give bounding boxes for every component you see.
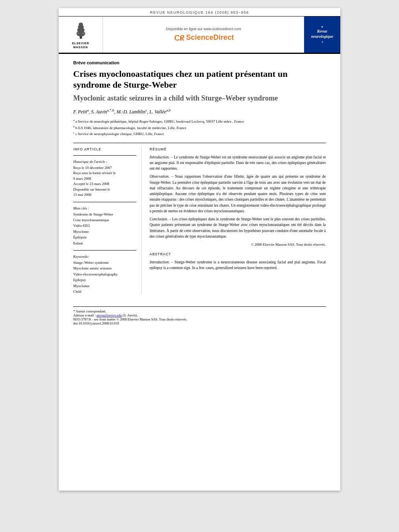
journal-bar: REVUE NEUROLOGIQUE 164 (2008) 953–956 — [59, 8, 340, 16]
info-article-header: INFO ARTICLE — [73, 147, 136, 151]
keyword-en-2: Myoclonic astatic seizures — [73, 265, 136, 271]
article-content: Brève communication Crises myoclonoastat… — [59, 54, 340, 334]
footnote-address: Adresse e-mail : auvin@invivo.edu (S. Au… — [73, 313, 326, 317]
abstract-intro: Introduction. – Sturge-Weber syndrome is… — [150, 259, 326, 271]
divider-1 — [73, 143, 326, 143]
elsevier-tree-icon — [69, 20, 93, 40]
sciencedirect-logo: ScienceDirect — [173, 33, 234, 42]
header-section: ELSEVIERMASSON Disponible en ligne sur w… — [59, 16, 340, 54]
keyword-6: Enfant — [73, 240, 136, 246]
abstract-section: ABSTRACT Introduction. – Sturge-Weber sy… — [150, 252, 326, 271]
left-column: INFO ARTICLE Historique de l'article : R… — [73, 147, 142, 295]
two-column-layout: INFO ARTICLE Historique de l'article : R… — [73, 147, 326, 295]
affiliation-a: a a Service de neurologie pédiatrique, h… — [73, 118, 326, 125]
keyword-en-4: Epilepsy — [73, 277, 136, 283]
svg-point-4 — [78, 23, 83, 26]
elsevier-text: ELSEVIERMASSON — [69, 41, 93, 49]
historique-label: Historique de l'article : — [73, 160, 136, 164]
affiliation-b: b b EA 1046, laboratoire de pharmacologi… — [73, 125, 326, 131]
abstract-body: Introduction. – Sturge-Weber syndrome is… — [150, 259, 326, 271]
svg-rect-6 — [82, 33, 85, 34]
historique-recu: Reçu le 10 décembre 2007 Reçu sous la fo… — [73, 165, 136, 198]
abstract-header: ABSTRACT — [150, 252, 326, 256]
keyword-en-6: Child — [73, 289, 136, 294]
resume-observation: Observation. – Nous rapportons l'observa… — [150, 174, 326, 214]
keyword-5: Épilepsie — [73, 234, 136, 240]
keywords-en-label: Keywords: — [73, 255, 136, 259]
elsevier-logo-area: ELSEVIERMASSON — [59, 16, 103, 53]
divider-keywords — [73, 250, 136, 251]
journal-citation: REVUE NEUROLOGIQUE 164 (2008) 953–956 — [150, 10, 249, 14]
footnote-asterisk: * Auteur correspondant. — [73, 309, 326, 313]
mots-cles-label: Mots clés : — [73, 206, 136, 210]
revue-badge-area: ■ Revueneurologique ◄ — [304, 16, 340, 53]
copyright: © 2008 Elsevier Masson SAS. Tous droits … — [150, 242, 326, 246]
right-column: RÉSUMÉ Introduction. – Le syndrome de St… — [150, 147, 326, 295]
article-title-english: Myoclonic astatic seizures in a child wi… — [73, 94, 326, 103]
sciencedirect-text: ScienceDirect — [186, 33, 234, 42]
footnote-doi: doi:10.1016/j.neurol.2008.03.018 — [73, 321, 326, 325]
authors-line: F. Petita, S. Auvina,*,b, M.-D. Lamblinc… — [73, 108, 326, 115]
resume-body: Introduction. – Le syndrome de Sturge-We… — [150, 154, 326, 240]
footnote-section: * Auteur correspondant. Adresse e-mail :… — [73, 306, 326, 325]
resume-intro: Introduction. – Le syndrome de Sturge-We… — [150, 154, 326, 172]
affiliation-c: c c Service de neurophysiologie clinique… — [73, 131, 326, 137]
keyword-en-3: Video-electroencephalography — [73, 271, 136, 277]
keyword-en-1: Sturge–Weber syndrome — [73, 260, 136, 265]
article-title-french: Crises myoclonoastatiques chez un patien… — [73, 68, 326, 90]
resume-header: RÉSUMÉ — [150, 147, 326, 151]
revue-neurologique-badge: ■ Revueneurologique ◄ — [311, 25, 333, 44]
footnote-issn: 0035-3787/$ – see front matter © 2008 El… — [73, 317, 326, 321]
keyword-4: Myoclonie — [73, 229, 136, 234]
resume-conclusion: Conclusion. – Les crises épileptiques da… — [150, 216, 326, 239]
divider-mots — [73, 202, 136, 202]
divider-info — [73, 155, 136, 156]
article-section-label: Brève communication — [73, 60, 326, 65]
elsevier-logo: ELSEVIERMASSON — [69, 20, 93, 49]
keyword-3: Vidéo-EEG — [73, 223, 136, 228]
affiliations: a a Service de neurologie pédiatrique, h… — [73, 118, 326, 137]
svg-rect-5 — [76, 33, 79, 34]
keyword-1: Syndrome de Sturge-Weber — [73, 212, 136, 217]
keyword-2: Crise myoclonoastatique — [73, 217, 136, 223]
header-center: Disponible en ligne sur www.sciencedirec… — [103, 16, 304, 53]
sciencedirect-icon — [173, 33, 184, 42]
page: REVUE NEUROLOGIQUE 164 (2008) 953–956 EL… — [59, 8, 340, 491]
disponible-text: Disponible en ligne sur www.sciencedirec… — [166, 27, 241, 31]
footnote-email: auvin@invivo.edu — [97, 313, 122, 317]
keyword-en-5: Myoclonus — [73, 283, 136, 289]
